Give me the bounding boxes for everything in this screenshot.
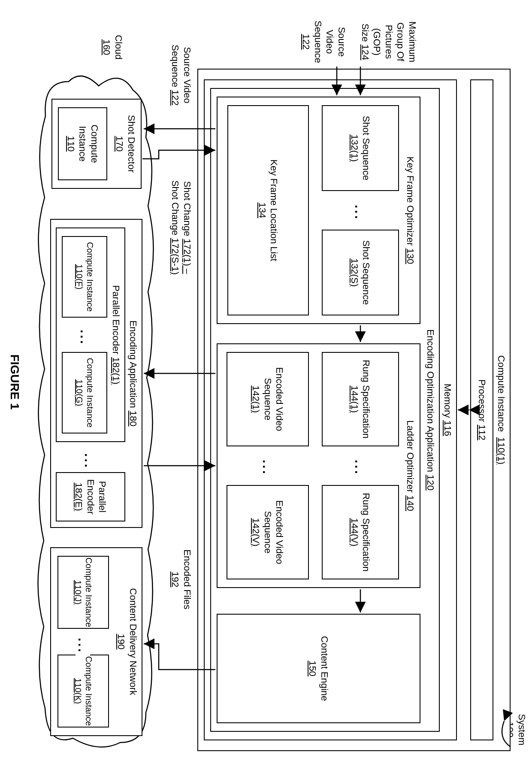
ladder-title: Ladder Optimizer 140 <box>405 420 417 511</box>
ellipsis-ci-fg: ... <box>78 327 92 348</box>
processor-title: Processor 112 <box>476 379 488 440</box>
shot-seq-s: Shot Sequence 132(S) <box>322 230 399 315</box>
kfo-title: Key Frame Optimizer 130 <box>405 157 417 264</box>
shot-detector-title: Shot Detector170 <box>114 115 137 173</box>
src-video-down-label: Source Video Sequence 122 <box>169 41 193 109</box>
ellipsis-shot-seq: ... <box>352 202 367 223</box>
processor-box: Processor 112 <box>470 79 493 740</box>
ellipsis-rung: ... <box>352 457 367 478</box>
compute-instance-1-title: Compute Instance 110(1) <box>496 355 508 464</box>
figure-caption: FIGURE 1 <box>8 339 21 425</box>
evs-1: Encoded Video Sequence 142(1) <box>227 352 309 446</box>
rung-1: Rung Specification 144(1) <box>322 352 399 446</box>
ellipsis-evs: ... <box>260 457 275 478</box>
enc-app-title: Encoding Application 180 <box>127 320 139 426</box>
kfll-box: Key Frame Location List 134 <box>227 105 309 315</box>
encoded-files-label: Encoded Files 192 <box>169 541 193 618</box>
system-text: System <box>517 714 527 745</box>
src-video-in-label: Source Video Sequence 122 <box>300 17 348 67</box>
evs-v: Encoded Video Sequence 142(V) <box>227 485 309 579</box>
diagram-root: System 100 Compute Instance 110(1) Proce… <box>0 0 532 770</box>
eoa-title: Encoding Optimization Application 120 <box>425 329 437 491</box>
cdn-title: Content Delivery Network190 <box>115 588 139 695</box>
shot-seq-1: Shot Sequence 132(1) <box>322 105 399 191</box>
par-enc-e: Parallel Encoder 182(E) <box>56 472 125 521</box>
par-enc-1-title: Parallel Encoder 182(1) <box>110 285 122 384</box>
ci-sd: Compute Instance 110 <box>58 107 107 180</box>
ci-k: Compute Instance 110(K) <box>57 655 109 728</box>
ellipsis-par-enc: ... <box>82 451 97 472</box>
max-gop-label: Maximum Group Of Pictures (GOP) Size 124 <box>360 17 419 67</box>
rung-v: Rung Specification 144(V) <box>322 485 399 579</box>
memory-title: Memory 116 <box>442 384 454 436</box>
content-engine: Content Engine 150 <box>217 614 420 723</box>
ellipsis-ci-jk: ... <box>76 635 90 656</box>
shot-change-label: Shot Change 172(1) – Shot Change 172(S-1… <box>169 159 193 296</box>
cloud-label: Cloud 160 <box>101 26 124 69</box>
ci-j: Compute Instance 110(J) <box>57 556 109 629</box>
ci-f: Compute Instance 110(F) <box>62 236 107 318</box>
ci-g: Compute Instance 110(G) <box>62 352 107 434</box>
